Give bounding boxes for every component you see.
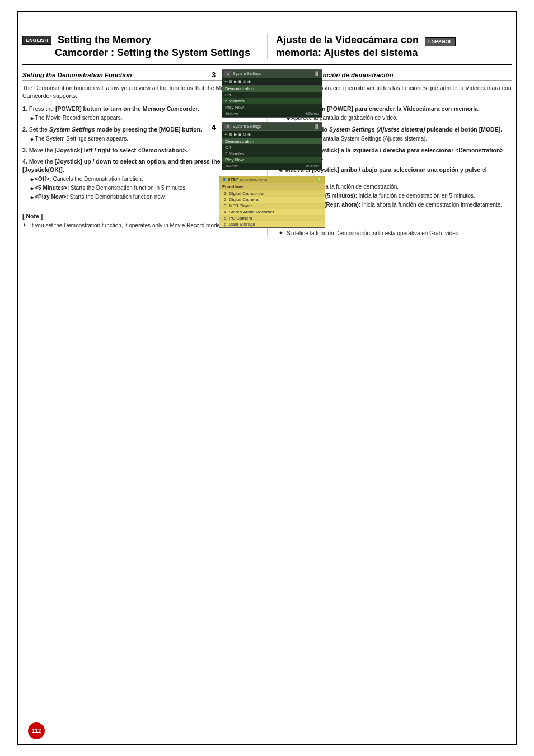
spanish-title-row: Ajuste de la Vídeocámara con ESPAÑOL mem… [276,34,512,59]
english-main-title: Setting the Memory Camcorder : Setting t… [55,34,250,59]
page-container: ENGLISH Setting the Memory Camcorder : S… [0,0,534,756]
content-area: Setting the Demonstration Function The D… [22,69,512,238]
screen4: ⚙ System Settings ▐▌ ⇔ ▦ ▶ ▣ ⊙ ◉ Demo [222,122,322,170]
header-right: Ajuste de la Vídeocámara con ESPAÑOL mem… [267,34,512,59]
spanish-lang-badge: ESPAÑOL [425,37,456,46]
border-top [17,11,517,12]
screens-column: 3 ⚙ System Settings ▐▌ ⇔ ▦ ▶ ▣ ⊙ [211,69,323,228]
border-right [516,11,517,745]
page-number: 112 [28,722,45,739]
system-settings-icon-2: ⚙ [224,124,231,129]
header-left: ENGLISH Setting the Memory Camcorder : S… [22,34,267,59]
english-title-row: ENGLISH Setting the Memory Camcorder : S… [22,34,259,59]
functions-screen-wrapper: - 👤 STBY 00:00:00:00/4h:05 🔋 Functions 1… [209,176,325,228]
spanish-main-title: Ajuste de la Vídeocámara con ESPAÑOL mem… [276,34,456,59]
screen4-wrapper: 4 ⚙ System Settings ▐▌ ⇔ ▦ ▶ ▣ ⊙ [212,122,322,170]
border-bottom [17,744,517,745]
functions-screen: 👤 STBY 00:00:00:00/4h:05 🔋 Functions 1. … [219,176,325,228]
system-settings-icon: ⚙ [224,71,231,77]
main-header: ENGLISH Setting the Memory Camcorder : S… [22,34,512,65]
spanish-note-text: Si define la función Demostración, sólo … [279,230,512,237]
english-lang-badge: ENGLISH [22,36,51,45]
border-left [17,11,18,745]
screen3-wrapper: 3 ⚙ System Settings ▐▌ ⇔ ▦ ▶ ▣ ⊙ [212,69,322,118]
screen3: ⚙ System Settings ▐▌ ⇔ ▦ ▶ ▣ ⊙ ◉ Demo [222,69,322,118]
